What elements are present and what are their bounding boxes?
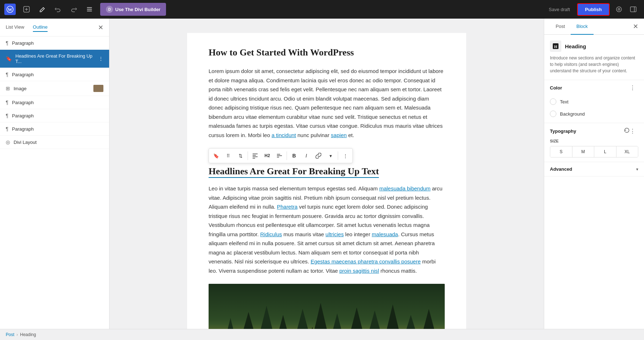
link-button[interactable] (313, 150, 324, 161)
sidebar-item-paragraph-1[interactable]: ¶ Paragraph (0, 37, 109, 50)
sidebar-header: List View Outline ✕ (0, 19, 109, 37)
sidebar-item-paragraph-5[interactable]: ¶ Paragraph (0, 122, 109, 136)
typography-section-header[interactable]: Typography ⋮ (544, 123, 644, 139)
edit-button[interactable] (36, 3, 49, 16)
color-section-header[interactable]: Color ⋮ (544, 80, 644, 96)
color-text-row: Text (544, 96, 644, 108)
right-sidebar-close-button[interactable]: ✕ (633, 19, 638, 34)
block-info-description: Introduce new sections and organize cont… (550, 55, 638, 74)
toolbar-divider (287, 151, 287, 160)
toolbar-divider (248, 151, 248, 160)
publish-button[interactable]: Publish (577, 3, 610, 16)
post-heading[interactable]: Headlines Are Great For Breaking Up Text (209, 166, 379, 178)
advanced-panel-section: Advanced ▾ (544, 162, 644, 176)
image-thumbnail (93, 85, 103, 92)
main-layout: List View Outline ✕ ¶ Paragraph 🔖 Headli… (0, 19, 644, 329)
sidebar-item-label: Paragraph (12, 126, 103, 132)
background-color-label: Background (560, 111, 585, 117)
undo-button[interactable] (52, 3, 64, 16)
paragraph-icon: ¶ (6, 72, 9, 77)
color-panel-section: Color ⋮ Text Background (544, 80, 644, 123)
divi-builder-button[interactable]: D Use The Divi Builder (100, 3, 166, 16)
text-color-label: Text (560, 99, 569, 105)
more-options-icon[interactable]: ⋮ (98, 56, 103, 62)
size-xlarge-button[interactable]: XL (616, 146, 638, 157)
bookmark-icon: 🔖 (6, 56, 12, 62)
sidebar-item-paragraph-4[interactable]: ¶ Paragraph (0, 109, 109, 122)
h2-button[interactable]: H2 (262, 150, 273, 161)
advanced-section-header[interactable]: Advanced ▾ (544, 162, 644, 176)
svg-rect-20 (209, 284, 445, 329)
sidebar-item-divi-layout[interactable]: ◎ Divi Layout (0, 136, 109, 149)
sidebar-item-label: Divi Layout (14, 140, 103, 145)
color-more-options[interactable]: ⋮ (630, 84, 635, 91)
transform-button[interactable] (274, 150, 285, 161)
save-draft-button[interactable]: Save draft (545, 4, 574, 15)
text-color-circle[interactable] (550, 98, 556, 105)
sidebar-item-label: Image (14, 86, 90, 91)
svg-text:H: H (554, 44, 557, 49)
size-large-button[interactable]: L (594, 146, 616, 157)
size-buttons: S M L XL (550, 146, 638, 157)
sidebar-item-paragraph-2[interactable]: ¶ Paragraph (0, 68, 109, 81)
sidebar-item-label: Paragraph (12, 72, 103, 77)
toolbar-divider (338, 151, 338, 160)
size-medium-button[interactable]: M (572, 146, 595, 157)
more-rich-text-button[interactable]: ▾ (325, 150, 336, 161)
size-small-button[interactable]: S (550, 146, 572, 157)
sidebar-item-label: Paragraph (12, 100, 103, 105)
align-left-button[interactable] (249, 150, 261, 161)
paragraph-1[interactable]: Lorem ipsum dolor sit amet, consectetur … (209, 67, 445, 140)
settings-button[interactable] (613, 3, 625, 16)
paragraph-icon: ¶ (6, 40, 9, 46)
right-sidebar: Post Block ✕ H Heading Introduce new sec… (544, 19, 644, 329)
sidebar-close-button[interactable]: ✕ (98, 24, 103, 31)
bookmark-toolbar-button[interactable]: 🔖 (210, 150, 222, 161)
list-view-button[interactable] (83, 3, 96, 16)
divi-icon: D (106, 6, 113, 13)
paragraph-2[interactable]: Leo in vitae turpis massa sed elementum … (209, 184, 445, 275)
svg-point-9 (618, 9, 620, 10)
sidebar-item-headline[interactable]: 🔖 Headlines Are Great For Breaking Up T.… (0, 50, 109, 68)
block-info-header: H Heading (550, 40, 638, 52)
sidebar-item-label: Paragraph (12, 40, 103, 46)
content-area[interactable]: How to Get Started With WordPress Lorem … (109, 19, 544, 329)
add-block-button[interactable] (20, 3, 33, 16)
svg-rect-6 (87, 9, 92, 10)
background-color-circle[interactable] (550, 111, 556, 117)
paragraph-icon: ¶ (6, 126, 9, 132)
tab-block[interactable]: Block (571, 19, 594, 35)
typography-reset-button[interactable] (624, 127, 630, 135)
italic-button[interactable]: I (301, 150, 312, 161)
bold-button[interactable]: B (288, 150, 300, 161)
tab-outline[interactable]: Outline (33, 23, 48, 32)
wp-logo[interactable]: W (4, 4, 16, 15)
left-sidebar: List View Outline ✕ ¶ Paragraph 🔖 Headli… (0, 19, 109, 329)
heading-block-icon: H (550, 40, 561, 52)
drag-handle-button[interactable]: ⠿ (223, 150, 234, 161)
breadcrumb-post-link[interactable]: Post (6, 332, 14, 337)
sidebar-item-paragraph-3[interactable]: ¶ Paragraph (0, 96, 109, 109)
tab-post[interactable]: Post (550, 19, 571, 35)
tab-list-view[interactable]: List View (6, 23, 24, 32)
post-title[interactable]: How to Get Started With WordPress (209, 47, 445, 58)
sidebar-toggle-button[interactable] (627, 3, 640, 16)
move-button[interactable]: ⇅ (235, 150, 246, 161)
typography-more-options[interactable]: ⋮ (630, 128, 635, 135)
color-background-row: Background (544, 108, 644, 120)
breadcrumb: Post › Heading (0, 329, 644, 340)
svg-marker-28 (298, 327, 327, 329)
sidebar-item-image[interactable]: ⊞ Image (0, 81, 109, 96)
sidebar-item-label: Paragraph (12, 113, 103, 118)
forest-image (209, 284, 445, 329)
color-section-title: Color (550, 85, 630, 91)
svg-text:W: W (8, 7, 13, 12)
svg-rect-10 (630, 7, 636, 12)
divi-icon: ◎ (6, 139, 10, 145)
svg-rect-5 (87, 7, 92, 8)
typography-panel-section: Typography ⋮ SIZE S M L XL (544, 123, 644, 162)
typography-section-title: Typography (550, 128, 624, 134)
redo-button[interactable] (67, 3, 80, 16)
more-options-button[interactable]: ⋮ (340, 150, 351, 161)
sidebar-item-label: Headlines Are Great For Breaking Up T... (15, 53, 95, 64)
